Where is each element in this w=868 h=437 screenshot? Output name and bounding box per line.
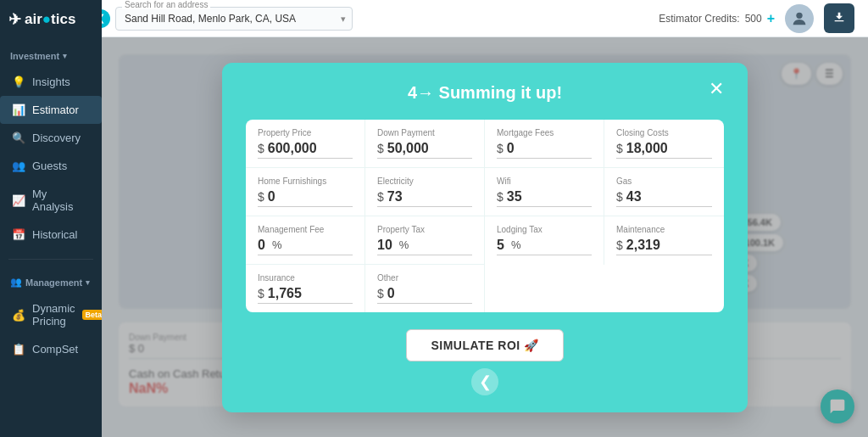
sidebar-item-discovery[interactable]: 🔍 Discovery — [0, 124, 102, 152]
compset-icon: 📋 — [12, 343, 25, 356]
logo-text: air●tics — [25, 11, 75, 28]
modal-field-property-tax: Property Tax10 % — [365, 216, 485, 265]
management-icon: 👥 — [10, 277, 22, 288]
modal-field-down-payment: Down Payment$ 50,000 — [365, 120, 485, 168]
investment-section: Investment ▾ 💡 Insights 📊 Estimator 🔍 Di… — [0, 39, 102, 254]
field-value[interactable]: $ 0 — [258, 189, 353, 207]
sidebar-divider — [8, 259, 93, 260]
top-nav-left: Search for an address ▾ — [115, 7, 353, 31]
brand-logo: ✈ air●tics — [0, 0, 102, 39]
collapse-sidebar-button[interactable]: ❮ — [102, 9, 110, 28]
field-value[interactable]: $ 35 — [497, 189, 592, 207]
download-button[interactable] — [824, 3, 854, 33]
modal-field-management-fee: Management Fee0 % — [246, 216, 365, 265]
field-label: Mortgage Fees — [497, 128, 592, 137]
field-label: Property Tax — [377, 225, 472, 234]
field-value[interactable]: 10 % — [377, 238, 472, 255]
sidebar-item-insights[interactable]: 💡 Insights — [0, 68, 102, 96]
field-value[interactable]: 5 % — [497, 238, 592, 255]
address-label: Search for an address — [122, 0, 210, 9]
modal-close-button[interactable]: ✕ — [709, 80, 724, 98]
sidebar-item-label: Historical — [32, 228, 77, 241]
field-value[interactable]: $ 43 — [616, 189, 712, 207]
dynamic-pricing-icon: 💰 — [12, 309, 25, 322]
sidebar-item-label: Dynamic Pricing — [32, 302, 75, 328]
investment-label: Investment — [10, 51, 59, 61]
modal-header: 4→ Summing it up! ✕ — [246, 83, 724, 103]
field-value[interactable]: $ 600,000 — [258, 141, 353, 159]
svg-point-0 — [796, 12, 802, 18]
modal-field-other: Other$ 0 — [365, 265, 485, 312]
sidebar-item-guests[interactable]: 👥 Guests — [0, 152, 102, 180]
sidebar-item-label: Estimator — [32, 104, 79, 116]
content-area: 📍 ☰ $44.9K $56.4K $70.7K $100.1K $136.4K — [102, 37, 868, 437]
sidebar-item-label: My Analysis — [32, 188, 90, 213]
logo-icon: ✈ — [8, 10, 21, 29]
estimator-icon: 📊 — [12, 104, 25, 116]
field-value[interactable]: $ 18,000 — [616, 141, 712, 159]
address-input[interactable] — [115, 7, 353, 31]
field-label: Lodging Tax — [497, 225, 592, 234]
guests-icon: 👥 — [12, 160, 25, 172]
address-dropdown-icon: ▾ — [341, 13, 346, 24]
sidebar-item-label: Discovery — [32, 132, 81, 144]
user-avatar[interactable] — [785, 4, 814, 33]
my-analysis-icon: 📈 — [12, 194, 25, 207]
modal-field-mortgage-fees: Mortgage Fees$ 0 — [485, 120, 604, 168]
credits-count: 500 — [745, 13, 762, 25]
modal-field-property-price: Property Price$ 600,000 — [246, 120, 365, 168]
simulate-roi-button[interactable]: SIMULATE ROI 🚀 — [406, 329, 563, 361]
modal-field-insurance: Insurance$ 1,765 — [246, 265, 365, 312]
field-value[interactable]: $ 0 — [377, 286, 472, 304]
modal-fields-grid: Property Price$ 600,000Down Payment$ 50,… — [246, 120, 724, 312]
sidebar-item-label: Guests — [32, 160, 67, 172]
modal-title-icon: 4→ — [408, 83, 439, 102]
modal-field-maintenance: Maintenance$ 2,319 — [604, 216, 724, 265]
management-label: Management — [25, 277, 82, 288]
field-value[interactable]: 0 % — [258, 238, 353, 255]
sidebar-item-compset[interactable]: 📋 CompSet — [0, 335, 102, 363]
field-label: Electricity — [377, 176, 472, 186]
field-value[interactable]: $ 50,000 — [377, 141, 472, 159]
modal-back: ❮ — [246, 368, 724, 395]
sidebar-item-label: Insights — [32, 76, 70, 88]
top-nav-right: Estimator Credits: 500 + — [659, 3, 854, 33]
field-label: Down Payment — [377, 128, 472, 137]
credits-info: Estimator Credits: 500 + — [659, 11, 775, 26]
chevron-down-icon: ▾ — [63, 52, 67, 60]
modal-field-closing-costs: Closing Costs$ 18,000 — [604, 120, 724, 168]
field-label: Maintenance — [616, 225, 712, 234]
credits-label: Estimator Credits: — [659, 13, 739, 25]
sidebar: ✈ air●tics Investment ▾ 💡 Insights 📊 Est… — [0, 0, 102, 437]
field-label: Management Fee — [258, 225, 353, 234]
top-nav: ❮ Search for an address ▾ Estimator Cred… — [102, 0, 868, 37]
field-value[interactable]: $ 0 — [497, 141, 592, 159]
historical-icon: 📅 — [12, 228, 25, 241]
modal-field-gas: Gas$ 43 — [604, 168, 724, 216]
sidebar-item-historical[interactable]: 📅 Historical — [0, 221, 102, 249]
sidebar-item-estimator[interactable]: 📊 Estimator — [0, 96, 102, 124]
back-button[interactable]: ❮ — [471, 368, 498, 395]
mgmt-chevron-icon: ▾ — [86, 278, 90, 287]
field-label: Insurance — [258, 273, 353, 283]
sidebar-item-label: CompSet — [32, 343, 78, 356]
field-label: Home Furnishings — [258, 176, 353, 186]
modal-title-text: Summing it up! — [439, 83, 563, 102]
insights-icon: 💡 — [12, 76, 25, 88]
modal-field-wifi: Wifi$ 35 — [485, 168, 604, 216]
management-section: 👥 Management ▾ 💰 Dynamic Pricing Beta 📋 … — [0, 265, 102, 368]
add-credits-button[interactable]: + — [767, 11, 775, 26]
field-label: Wifi — [497, 176, 592, 186]
field-label: Other — [377, 273, 472, 283]
modal-field-lodging-tax: Lodging Tax5 % — [485, 216, 604, 265]
modal-field-electricity: Electricity$ 73 — [365, 168, 485, 216]
field-value[interactable]: $ 2,319 — [616, 238, 712, 255]
field-value[interactable]: $ 73 — [377, 189, 472, 207]
sidebar-category-management[interactable]: 👥 Management ▾ — [0, 270, 102, 294]
sidebar-category-investment[interactable]: Investment ▾ — [0, 44, 102, 68]
sidebar-item-dynamic-pricing[interactable]: 💰 Dynamic Pricing Beta — [0, 294, 102, 335]
field-label: Gas — [616, 176, 712, 186]
main-area: ❮ Search for an address ▾ Estimator Cred… — [102, 0, 868, 437]
sidebar-item-my-analysis[interactable]: 📈 My Analysis — [0, 180, 102, 221]
field-value[interactable]: $ 1,765 — [258, 286, 353, 304]
